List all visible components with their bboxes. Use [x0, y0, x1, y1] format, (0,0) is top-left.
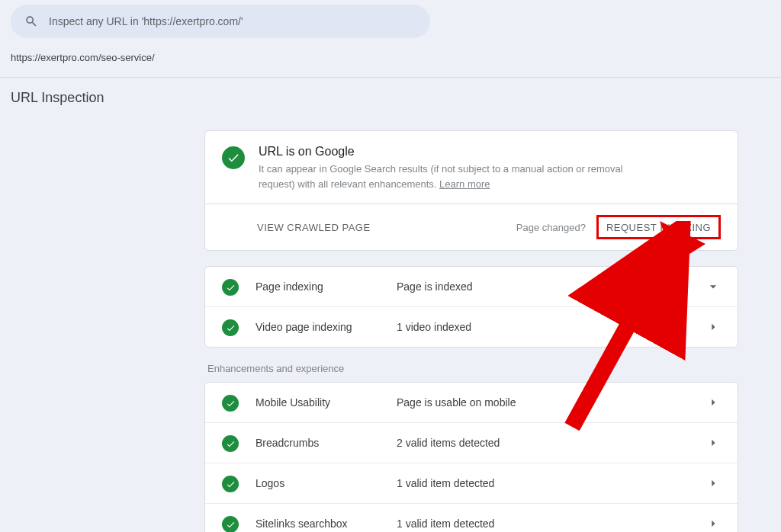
row-value: 2 valid items detected	[397, 437, 705, 449]
row-label: Page indexing	[256, 280, 397, 293]
chevron-right-icon	[705, 516, 721, 531]
page-changed-label: Page changed?	[516, 222, 586, 233]
request-indexing-highlight: REQUEST INDEXING	[596, 215, 721, 239]
learn-more-link[interactable]: Learn more	[439, 178, 490, 190]
row-label: Logos	[256, 477, 397, 489]
chevron-down-icon	[705, 279, 721, 294]
chevron-right-icon	[705, 435, 721, 450]
row-value: Page is usable on mobile	[397, 396, 705, 409]
search-placeholder: Inspect any URL in 'https://exertpro.com…	[49, 15, 243, 27]
status-card: URL is on Google It can appear in Google…	[204, 130, 738, 251]
indexing-card: Page indexing Page is indexed Video page…	[204, 266, 738, 348]
divider	[0, 77, 781, 78]
check-icon	[222, 395, 239, 412]
chevron-right-icon	[705, 319, 721, 335]
search-icon	[24, 14, 38, 28]
enhancement-row[interactable]: Breadcrumbs 2 valid items detected	[205, 423, 738, 463]
status-title: URL is on Google	[259, 145, 640, 159]
row-label: Video page indexing	[256, 321, 397, 333]
row-value: 1 valid item detected	[397, 518, 705, 530]
check-icon	[222, 476, 239, 492]
indexing-row[interactable]: Page indexing Page is indexed	[205, 267, 738, 307]
row-value: 1 video indexed	[397, 321, 705, 333]
check-icon	[222, 319, 239, 336]
check-icon	[222, 146, 245, 169]
row-value: Page is indexed	[397, 280, 705, 293]
status-description: It can appear in Google Search results (…	[259, 162, 640, 191]
row-label: Breadcrumbs	[256, 437, 397, 449]
url-inspection-search[interactable]: Inspect any URL in 'https://exertpro.com…	[11, 5, 430, 38]
status-header: URL is on Google It can appear in Google…	[205, 131, 738, 204]
enhancements-card: Mobile Usability Page is usable on mobil…	[204, 382, 738, 532]
row-label: Mobile Usability	[256, 396, 397, 409]
request-indexing-button[interactable]: REQUEST INDEXING	[606, 222, 711, 233]
check-icon	[222, 279, 239, 296]
status-card-footer: VIEW CRAWLED PAGE Page changed? REQUEST …	[205, 204, 738, 250]
chevron-right-icon	[705, 395, 721, 410]
enhancement-row[interactable]: Logos 1 valid item detected	[205, 463, 738, 504]
page-title: URL Inspection	[11, 90, 781, 106]
indexing-row[interactable]: Video page indexing 1 video indexed	[205, 307, 738, 347]
chevron-right-icon	[705, 476, 721, 491]
enhancements-label: Enhancements and experience	[207, 363, 738, 374]
row-label: Sitelinks searchbox	[256, 518, 397, 530]
enhancement-row[interactable]: Sitelinks searchbox 1 valid item detecte…	[205, 504, 738, 532]
inspected-url: https://exertpro.com/seo-service/	[11, 52, 781, 63]
enhancement-row[interactable]: Mobile Usability Page is usable on mobil…	[205, 383, 738, 423]
row-value: 1 valid item detected	[397, 477, 705, 489]
check-icon	[222, 435, 239, 452]
check-icon	[222, 516, 239, 532]
view-crawled-page-button[interactable]: VIEW CRAWLED PAGE	[257, 222, 371, 233]
